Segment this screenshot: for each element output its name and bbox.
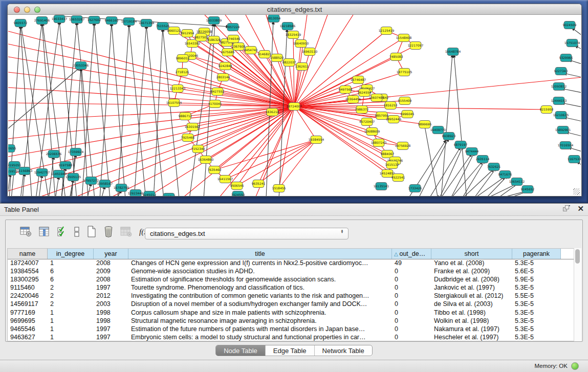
column-select-icon[interactable] bbox=[39, 226, 50, 237]
network-node[interactable]: 9896012 bbox=[176, 55, 190, 62]
network-node[interactable]: 7515526 bbox=[156, 23, 170, 30]
network-node[interactable]: 11451944 bbox=[51, 170, 67, 178]
table-cell[interactable]: 22420046 bbox=[8, 292, 48, 300]
table-cell[interactable]: 1997 bbox=[94, 334, 128, 341]
network-node[interactable]: 16210635 bbox=[553, 112, 569, 119]
network-node[interactable]: 8471676 bbox=[498, 171, 512, 179]
table-cell[interactable]: 9699695 bbox=[8, 317, 48, 325]
network-node[interactable]: 45720407 bbox=[359, 118, 375, 126]
network-node[interactable]: 8215958 bbox=[540, 106, 554, 114]
table-cell[interactable]: 1 bbox=[48, 309, 94, 317]
network-node[interactable]: 12125419 bbox=[379, 27, 395, 35]
table-cell[interactable]: 9115460 bbox=[8, 284, 48, 292]
table-cell[interactable]: Stergiakouli et al. (2012) bbox=[431, 292, 512, 300]
table-cell[interactable]: 2009 bbox=[94, 268, 128, 276]
table-row[interactable]: 977716911998Corpus callosum shape and si… bbox=[8, 309, 575, 317]
window-resize-grip[interactable] bbox=[573, 188, 580, 195]
network-node[interactable]: 1816253 bbox=[384, 102, 398, 110]
table-cell[interactable]: Wolkin et al. (1998) bbox=[431, 317, 512, 325]
table-row[interactable]: 1872400712008Changes of HCN gene express… bbox=[8, 259, 575, 268]
network-node[interactable]: 6879197 bbox=[454, 141, 468, 149]
table-cell[interactable]: 1 bbox=[48, 317, 94, 325]
network-node[interactable]: 2718126 bbox=[176, 69, 189, 76]
network-node[interactable]: 16364860 bbox=[198, 156, 214, 164]
row-height-icon[interactable] bbox=[74, 226, 80, 237]
table-cell[interactable]: 0 bbox=[392, 284, 431, 292]
network-node[interactable]: 16107554 bbox=[166, 99, 182, 107]
network-node[interactable]: 1518455 bbox=[272, 185, 286, 192]
float-panel-icon[interactable] bbox=[563, 205, 570, 212]
table-cell[interactable]: 2 bbox=[48, 300, 94, 309]
network-node[interactable]: 1588520 bbox=[270, 54, 284, 62]
delete-icon[interactable] bbox=[103, 226, 114, 238]
table-cell[interactable]: 9777169 bbox=[8, 309, 48, 317]
network-node[interactable]: 9197588 bbox=[59, 162, 73, 169]
network-node[interactable]: 7632621 bbox=[487, 163, 501, 171]
network-node[interactable]: 16033809 bbox=[206, 17, 222, 25]
table-cell[interactable]: 6 bbox=[48, 276, 94, 284]
table-cell[interactable]: 5.3E-5 bbox=[512, 334, 561, 341]
network-node[interactable]: 4522541 bbox=[391, 174, 405, 182]
network-node[interactable]: 10958167 bbox=[97, 180, 113, 188]
network-node[interactable]: 16135141 bbox=[374, 183, 389, 190]
network-node[interactable]: 9245012 bbox=[143, 191, 157, 196]
network-node[interactable]: 20364456 bbox=[345, 96, 361, 103]
network-node[interactable]: 11156863 bbox=[17, 167, 33, 175]
table-cell[interactable]: 18724007 bbox=[8, 259, 48, 268]
network-node[interactable]: 8822037 bbox=[282, 59, 296, 67]
network-node[interactable]: 1836214 bbox=[266, 108, 279, 116]
column-header-name[interactable]: name bbox=[8, 249, 48, 259]
network-window-titlebar[interactable]: citations_edges.txt bbox=[8, 4, 581, 15]
network-node[interactable]: 1952341 bbox=[162, 193, 176, 196]
network-node[interactable]: 9024509 bbox=[563, 21, 577, 29]
network-node[interactable]: 16746487 bbox=[351, 76, 366, 84]
network-node[interactable]: 16671358 bbox=[139, 19, 155, 27]
table-cell[interactable]: 5.3E-5 bbox=[512, 317, 561, 325]
table-cell[interactable]: Changes of HCN gene expression and I(f) … bbox=[128, 259, 392, 268]
network-node[interactable]: 9227343 bbox=[554, 68, 568, 75]
table-row[interactable]: 911546021997Tourette syndrome. Phenomeno… bbox=[8, 284, 575, 292]
table-settings-icon[interactable] bbox=[20, 226, 32, 237]
network-node[interactable]: 9899695 bbox=[418, 121, 432, 128]
network-node[interactable]: 18724007 bbox=[287, 103, 302, 111]
table-cell[interactable]: Tourette syndrome. Phenomenology and cla… bbox=[128, 284, 392, 292]
network-node[interactable]: 11548408 bbox=[396, 34, 412, 42]
table-cell[interactable]: Jankovic et al. (1997) bbox=[431, 284, 512, 292]
network-node[interactable]: 10719184 bbox=[121, 18, 137, 26]
network-canvas[interactable]: 18724007 8660123 8912954 16543382 182260… bbox=[8, 15, 581, 196]
network-node[interactable]: 1167533 bbox=[568, 156, 581, 163]
network-node[interactable]: 7152340 bbox=[191, 145, 205, 153]
network-node[interactable]: 6466160 bbox=[105, 17, 119, 25]
table-cell[interactable]: 0 bbox=[392, 276, 431, 284]
network-node[interactable]: 18775105 bbox=[397, 69, 412, 76]
network-node[interactable]: 18325419 bbox=[286, 31, 301, 39]
network-node[interactable]: 2803144 bbox=[216, 74, 230, 81]
network-node[interactable]: 9405572 bbox=[14, 19, 28, 27]
table-cell[interactable]: Estimation of the future numbers of pati… bbox=[128, 325, 392, 334]
network-node[interactable]: 23053346 bbox=[73, 62, 89, 70]
table-scrollbar[interactable] bbox=[574, 248, 581, 341]
network-node[interactable]: 19218586 bbox=[280, 23, 296, 30]
tab-node-table[interactable]: Node Table bbox=[216, 345, 266, 356]
table-cell[interactable]: Franke et al. (2009) bbox=[431, 268, 512, 276]
network-node[interactable]: 17359924 bbox=[68, 148, 84, 156]
network-node[interactable]: 4170041 bbox=[208, 100, 222, 108]
network-node[interactable]: 8660123 bbox=[167, 27, 181, 35]
network-node[interactable]: 8454743 bbox=[244, 47, 258, 54]
table-cell[interactable]: 5.6E-5 bbox=[512, 268, 561, 276]
network-node[interactable]: 9827503 bbox=[194, 34, 208, 41]
table-cell[interactable]: 5.3E-5 bbox=[512, 325, 561, 334]
network-node[interactable]: 16411567 bbox=[217, 176, 233, 183]
column-header-short[interactable]: short bbox=[431, 249, 512, 259]
network-node[interactable]: 2367608 bbox=[232, 43, 246, 51]
network-node[interactable]: 9245652 bbox=[521, 186, 535, 193]
close-panel-icon[interactable]: ✕ bbox=[577, 205, 584, 212]
network-node[interactable]: 18807243 bbox=[371, 139, 387, 147]
tab-edge-table[interactable]: Edge Table bbox=[266, 345, 315, 356]
network-node[interactable]: 1733426 bbox=[408, 185, 422, 192]
network-node[interactable]: 20206576 bbox=[46, 150, 62, 158]
citation-network-graph[interactable]: 18724007 8660123 8912954 16543382 182260… bbox=[8, 15, 581, 196]
table-cell[interactable]: 0 bbox=[392, 309, 431, 317]
network-node[interactable]: 12093832 bbox=[551, 83, 567, 91]
table-row[interactable]: 1830029562008Estimation of significance … bbox=[8, 276, 575, 284]
